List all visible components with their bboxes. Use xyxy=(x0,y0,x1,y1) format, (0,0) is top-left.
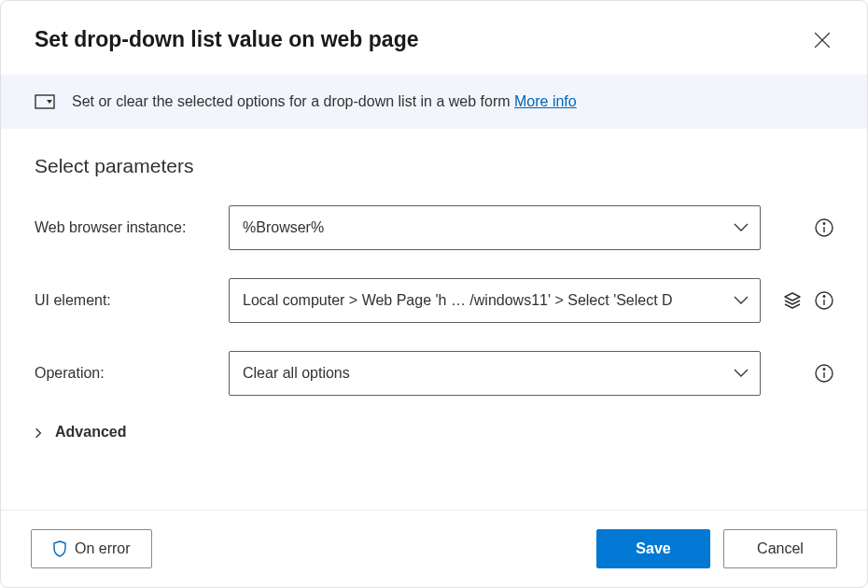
layers-icon[interactable] xyxy=(783,291,802,310)
svg-point-5 xyxy=(823,223,825,225)
element-value: Local computer > Web Page 'h … /windows1… xyxy=(243,292,673,309)
param-row-operation: Operation: Clear all options xyxy=(35,351,833,396)
close-icon xyxy=(814,32,831,49)
element-select[interactable]: Local computer > Web Page 'h … /windows1… xyxy=(229,278,761,323)
svg-point-8 xyxy=(823,296,825,298)
on-error-button[interactable]: On error xyxy=(31,529,152,568)
browser-select[interactable]: %Browser% xyxy=(229,205,761,250)
svg-rect-2 xyxy=(35,95,54,108)
section-title: Select parameters xyxy=(35,155,833,177)
operation-label: Operation: xyxy=(35,365,210,382)
content-area: Select parameters Web browser instance: … xyxy=(1,129,867,510)
info-icon[interactable] xyxy=(815,364,833,383)
cancel-button[interactable]: Cancel xyxy=(723,529,837,568)
more-info-link[interactable]: More info xyxy=(514,93,577,109)
save-label: Save xyxy=(636,540,670,557)
dialog-footer: On error Save Cancel xyxy=(1,510,867,587)
cancel-label: Cancel xyxy=(757,540,804,557)
banner-text-span: Set or clear the selected options for a … xyxy=(72,93,514,109)
chevron-right-icon xyxy=(35,427,46,438)
operation-value: Clear all options xyxy=(243,365,350,382)
footer-actions: Save Cancel xyxy=(596,529,837,568)
shield-icon xyxy=(52,540,67,557)
info-icon[interactable] xyxy=(815,218,833,237)
info-icon[interactable] xyxy=(815,291,833,310)
param-row-element: UI element: Local computer > Web Page 'h… xyxy=(35,278,833,323)
banner-description: Set or clear the selected options for a … xyxy=(72,93,577,110)
advanced-toggle[interactable]: Advanced xyxy=(35,424,833,441)
chevron-down-icon xyxy=(734,292,749,309)
browser-icons xyxy=(779,218,833,237)
operation-icons xyxy=(779,364,833,383)
on-error-label: On error xyxy=(75,540,131,557)
browser-control: %Browser% xyxy=(229,205,761,250)
save-button[interactable]: Save xyxy=(596,529,710,568)
element-icons xyxy=(779,291,833,310)
chevron-down-icon xyxy=(734,219,749,236)
dialog-header: Set drop-down list value on web page xyxy=(1,1,867,75)
param-row-browser: Web browser instance: %Browser% xyxy=(35,205,833,250)
dropdown-action-icon xyxy=(35,94,55,109)
info-banner: Set or clear the selected options for a … xyxy=(1,75,867,129)
close-button[interactable] xyxy=(811,29,833,51)
dialog-title: Set drop-down list value on web page xyxy=(35,27,418,52)
browser-value: %Browser% xyxy=(243,219,324,236)
browser-label: Web browser instance: xyxy=(35,219,210,236)
element-label: UI element: xyxy=(35,292,210,309)
svg-point-11 xyxy=(823,369,825,371)
operation-control: Clear all options xyxy=(229,351,761,396)
element-control: Local computer > Web Page 'h … /windows1… xyxy=(229,278,761,323)
chevron-down-icon xyxy=(734,365,749,382)
operation-select[interactable]: Clear all options xyxy=(229,351,761,396)
advanced-label: Advanced xyxy=(55,424,126,441)
